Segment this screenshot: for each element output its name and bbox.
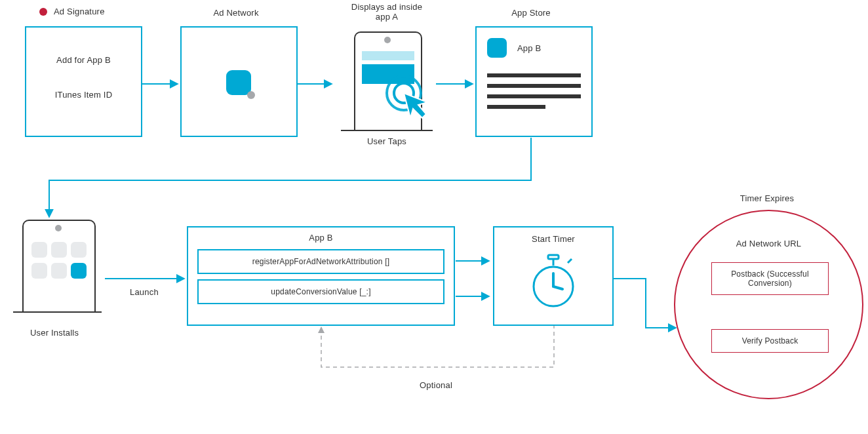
circle-title: Ad Network URL: [675, 239, 862, 248]
optional-label: Optional: [420, 380, 452, 390]
phone-top-label: Displays ad inside app A: [347, 2, 426, 22]
app-b-fn1-box: registerAppForAdNetworkAttribution []: [197, 249, 444, 274]
legend-dot-icon: [39, 8, 47, 16]
home-app-icon: [51, 242, 67, 258]
legend-ad-signature: Ad Signature: [54, 7, 105, 16]
ad-network-circle: Ad Network URL Postback (Successful Conv…: [674, 210, 863, 399]
ad-box: Add for App B ITunes Item ID: [25, 26, 142, 137]
postback-box: Postback (Successful Conversion): [711, 262, 829, 295]
app-b-fn1: registerAppForAdNetworkAttribution []: [252, 257, 389, 266]
ad-network-label: Ad Network: [197, 8, 275, 18]
app-b-title: App B: [188, 233, 454, 243]
app-b-fn2-box: updateConversionValue [_:]: [197, 279, 444, 304]
launch-label: Launch: [130, 287, 159, 297]
text-line-icon: [487, 94, 581, 98]
text-line-icon: [487, 105, 545, 109]
ad-box-line2: ITunes Item ID: [26, 90, 141, 100]
start-timer-label: Start Timer: [494, 234, 612, 244]
phone-bottom-label: User Taps: [364, 136, 410, 146]
home-app-icon: [51, 263, 67, 279]
home-app-icon: [31, 263, 47, 279]
app-store-box: App B: [475, 26, 593, 137]
phone-frame: [341, 31, 433, 130]
user-installs-device: [13, 220, 102, 315]
app-b-fn2: updateConversionValue [_:]: [271, 287, 370, 296]
user-installs-label: User Installs: [30, 328, 79, 338]
timer-expires-label: Timer Expires: [731, 193, 803, 203]
tablet-camera-icon: [55, 225, 62, 231]
home-app-icon: [31, 242, 47, 258]
svg-line-14: [553, 286, 562, 289]
svg-rect-9: [548, 255, 559, 259]
app-icon: [226, 70, 251, 95]
ad-box-line1: Add for App B: [26, 55, 141, 65]
home-app-icon-active: [71, 263, 87, 279]
verify-text: Verify Postback: [742, 336, 799, 345]
app-store-label: App Store: [498, 8, 564, 18]
appstore-app-icon: [487, 38, 507, 58]
ad-banner-icon: [362, 51, 414, 60]
text-line-icon: [487, 84, 581, 88]
tap-cursor-icon: [382, 71, 441, 130]
svg-line-11: [568, 259, 572, 263]
home-app-icon: [71, 242, 87, 258]
tablet-base-icon: [341, 130, 433, 131]
tablet-outline-icon: [22, 220, 96, 313]
tablet-base-icon: [13, 311, 102, 313]
app-b-box: App B registerAppForAdNetworkAttribution…: [187, 226, 455, 326]
postback-text: Postback (Successful Conversion): [731, 269, 809, 288]
stopwatch-icon: [527, 254, 580, 313]
tablet-camera-icon: [384, 37, 391, 43]
verify-box: Verify Postback: [711, 329, 829, 353]
appstore-app-name: App B: [517, 43, 541, 53]
ad-network-box: [180, 26, 298, 137]
text-line-icon: [487, 73, 581, 77]
start-timer-box: Start Timer: [493, 226, 614, 326]
